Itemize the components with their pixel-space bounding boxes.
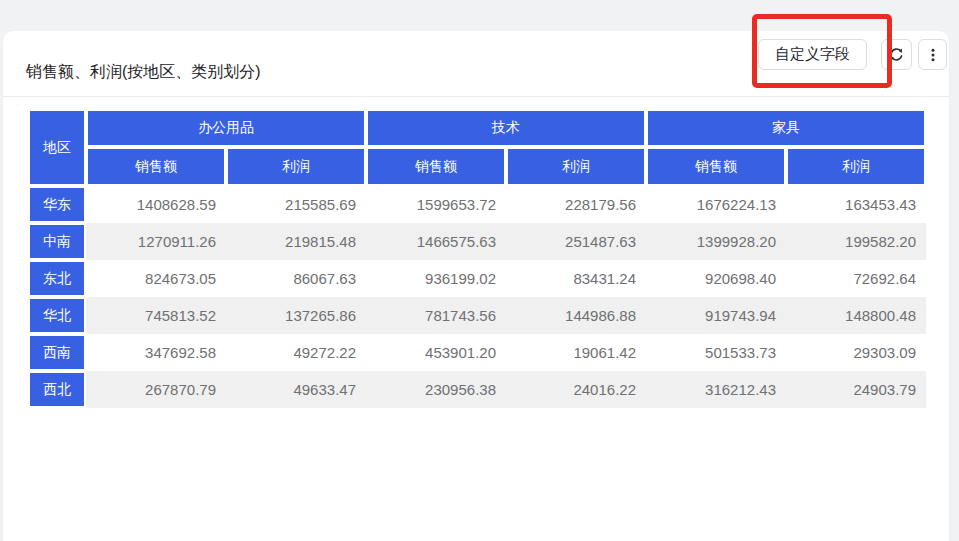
column-header-sales: 销售额 xyxy=(86,147,226,186)
row-label-region: 华东 xyxy=(28,186,86,223)
pivot-table: 地区 办公用品 技术 家具 销售额 利润 销售额 利润 销售额 利润 华东140… xyxy=(28,109,926,408)
table-cell: 347692.58 xyxy=(86,334,226,371)
report-card: 销售额、利润(按地区、类别划分) 自定义字段 xyxy=(3,31,949,541)
row-label-region: 中南 xyxy=(28,223,86,260)
column-header-region: 地区 xyxy=(28,109,86,186)
table-cell: 230956.38 xyxy=(366,371,506,408)
column-header-profit: 利润 xyxy=(786,147,926,186)
column-group-office-supplies: 办公用品 xyxy=(86,109,366,147)
table-cell: 86067.63 xyxy=(226,260,366,297)
column-header-profit: 利润 xyxy=(226,147,366,186)
page-title: 销售额、利润(按地区、类别划分) xyxy=(26,61,261,83)
table-row: 东北824673.0586067.63936199.0283431.249206… xyxy=(28,260,926,297)
table-cell: 199582.20 xyxy=(786,223,926,260)
column-header-profit: 利润 xyxy=(506,147,646,186)
table-cell: 501533.73 xyxy=(646,334,786,371)
more-options-button[interactable] xyxy=(918,39,947,70)
kebab-menu-icon xyxy=(925,47,941,63)
table-cell: 49633.47 xyxy=(226,371,366,408)
column-header-sales: 销售额 xyxy=(646,147,786,186)
table-cell: 920698.40 xyxy=(646,260,786,297)
pivot-table-container: 地区 办公用品 技术 家具 销售额 利润 销售额 利润 销售额 利润 华东140… xyxy=(28,109,926,408)
table-cell: 781743.56 xyxy=(366,297,506,334)
refresh-button[interactable] xyxy=(881,39,912,70)
column-header-sales: 销售额 xyxy=(366,147,506,186)
table-cell: 824673.05 xyxy=(86,260,226,297)
table-cell: 137265.86 xyxy=(226,297,366,334)
table-cell: 936199.02 xyxy=(366,260,506,297)
table-cell: 1466575.63 xyxy=(366,223,506,260)
table-cell: 1676224.13 xyxy=(646,186,786,223)
table-cell: 148800.48 xyxy=(786,297,926,334)
table-row: 华北745813.52137265.86781743.56144986.8891… xyxy=(28,297,926,334)
table-row: 西南347692.5849272.22453901.2019061.425015… xyxy=(28,334,926,371)
row-label-region: 西北 xyxy=(28,371,86,408)
table-cell: 1408628.59 xyxy=(86,186,226,223)
table-cell: 163453.43 xyxy=(786,186,926,223)
table-cell: 745813.52 xyxy=(86,297,226,334)
table-row: 华东1408628.59215585.691599653.72228179.56… xyxy=(28,186,926,223)
table-cell: 251487.63 xyxy=(506,223,646,260)
table-row: 中南1270911.26219815.481466575.63251487.63… xyxy=(28,223,926,260)
table-cell: 919743.94 xyxy=(646,297,786,334)
table-cell: 72692.64 xyxy=(786,260,926,297)
table-cell: 453901.20 xyxy=(366,334,506,371)
table-cell: 83431.24 xyxy=(506,260,646,297)
table-cell: 219815.48 xyxy=(226,223,366,260)
row-label-region: 东北 xyxy=(28,260,86,297)
card-header: 销售额、利润(按地区、类别划分) 自定义字段 xyxy=(3,31,949,97)
table-cell: 228179.56 xyxy=(506,186,646,223)
column-group-furniture: 家具 xyxy=(646,109,926,147)
table-cell: 24016.22 xyxy=(506,371,646,408)
table-cell: 24903.79 xyxy=(786,371,926,408)
refresh-icon xyxy=(888,46,905,63)
table-cell: 1599653.72 xyxy=(366,186,506,223)
table-cell: 1399928.20 xyxy=(646,223,786,260)
table-cell: 215585.69 xyxy=(226,186,366,223)
table-cell: 19061.42 xyxy=(506,334,646,371)
table-cell: 316212.43 xyxy=(646,371,786,408)
table-cell: 49272.22 xyxy=(226,334,366,371)
table-cell: 29303.09 xyxy=(786,334,926,371)
table-row: 西北267870.7949633.47230956.3824016.223162… xyxy=(28,371,926,408)
toolbar: 自定义字段 xyxy=(758,39,947,70)
table-cell: 144986.88 xyxy=(506,297,646,334)
table-cell: 1270911.26 xyxy=(86,223,226,260)
row-label-region: 西南 xyxy=(28,334,86,371)
table-cell: 267870.79 xyxy=(86,371,226,408)
column-group-technology: 技术 xyxy=(366,109,646,147)
row-label-region: 华北 xyxy=(28,297,86,334)
custom-field-button[interactable]: 自定义字段 xyxy=(758,39,867,70)
